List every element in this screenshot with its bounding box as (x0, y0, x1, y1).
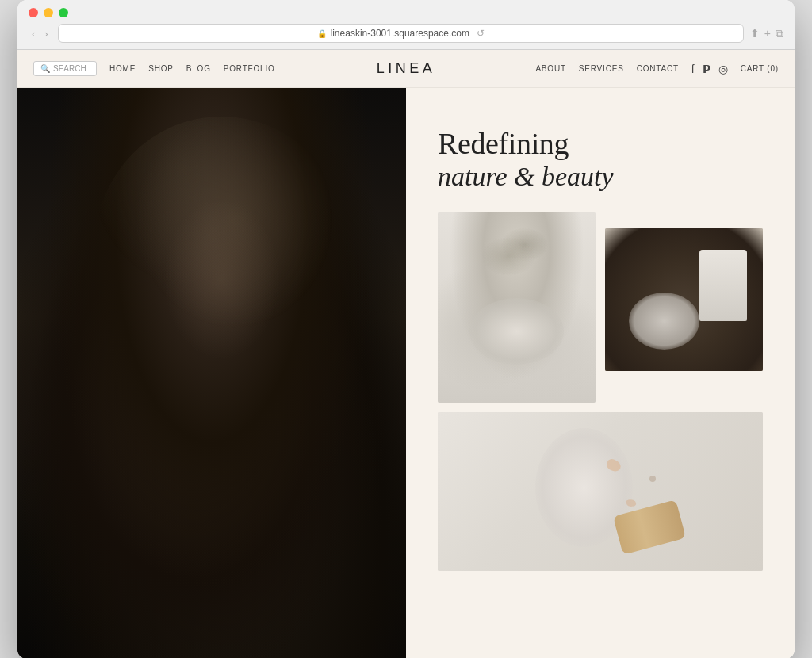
url-text: lineaskin-3001.squarespace.com (331, 28, 469, 39)
website: 🔍 SEARCH HOME SHOP BLOG PORTFOLIO LINEA … (17, 50, 795, 658)
headline-sub: nature & beauty (438, 161, 763, 193)
traffic-lights (29, 8, 783, 17)
nav-left: 🔍 SEARCH HOME SHOP BLOG PORTFOLIO (33, 61, 377, 76)
minimize-button[interactable] (44, 8, 53, 17)
browser-actions: ⬆ + ⧉ (750, 27, 783, 40)
back-button[interactable]: ‹ (29, 26, 38, 41)
browser-window: ‹ › 🔒 lineaskin-3001.squarespace.com ↺ ⬆… (17, 0, 795, 658)
scatter-3 (649, 476, 656, 482)
pinterest-icon[interactable]: 𝗣 (703, 63, 710, 75)
site-nav: 🔍 SEARCH HOME SHOP BLOG PORTFOLIO LINEA … (17, 50, 795, 88)
search-icon: 🔍 (40, 64, 50, 73)
nav-home[interactable]: HOME (109, 64, 136, 73)
nav-portfolio[interactable]: PORTFOLIO (224, 64, 275, 73)
forward-button[interactable]: › (41, 26, 51, 41)
headline-main: Redefining (438, 128, 763, 161)
scatter-1 (605, 457, 622, 472)
search-input[interactable]: 🔍 SEARCH (33, 61, 97, 76)
browser-bar-row: ‹ › 🔒 lineaskin-3001.squarespace.com ↺ ⬆… (29, 24, 783, 43)
image-tray-products (605, 228, 763, 371)
nav-right: ABOUT SERVICES CONTACT f 𝗣 ◎ CART (0) (435, 63, 779, 75)
content-panel: Redefining nature & beauty (406, 88, 795, 658)
scatter-2 (626, 499, 636, 507)
share-icon[interactable]: ⬆ (750, 27, 760, 40)
nav-shop[interactable]: SHOP (148, 64, 174, 73)
nav-about[interactable]: ABOUT (535, 64, 565, 73)
woman-photo (17, 88, 406, 658)
image-tray-products-bg (605, 228, 763, 371)
site-brand[interactable]: LINEA (377, 60, 436, 77)
images-grid (438, 212, 763, 571)
duplicate-icon[interactable]: ⧉ (776, 27, 783, 40)
lock-icon: 🔒 (317, 29, 327, 38)
instagram-icon[interactable]: ◎ (718, 63, 728, 75)
image-flowers-products (438, 212, 596, 403)
facebook-icon[interactable]: f (691, 63, 695, 75)
image-roller-marble (438, 412, 763, 571)
cart-link[interactable]: CART (0) (741, 64, 779, 73)
nav-contact[interactable]: CONTACT (637, 64, 679, 73)
browser-chrome: ‹ › 🔒 lineaskin-3001.squarespace.com ↺ ⬆… (17, 0, 795, 50)
image-roller-marble-bg (438, 412, 763, 571)
social-icons: f 𝗣 ◎ (691, 63, 728, 75)
nav-services[interactable]: SERVICES (579, 64, 624, 73)
nav-arrows: ‹ › (29, 26, 52, 41)
new-tab-icon[interactable]: + (764, 27, 771, 40)
headline: Redefining nature & beauty (438, 128, 763, 193)
site-content: Redefining nature & beauty (17, 88, 795, 658)
image-flowers-products-bg (438, 212, 596, 403)
reload-icon[interactable]: ↺ (477, 28, 485, 39)
maximize-button[interactable] (59, 8, 68, 17)
hero-image (17, 88, 406, 658)
close-button[interactable] (29, 8, 38, 17)
scatter-4 (665, 513, 679, 526)
search-label: SEARCH (53, 64, 86, 73)
address-bar[interactable]: 🔒 lineaskin-3001.squarespace.com ↺ (58, 24, 744, 43)
nav-blog[interactable]: BLOG (186, 64, 211, 73)
